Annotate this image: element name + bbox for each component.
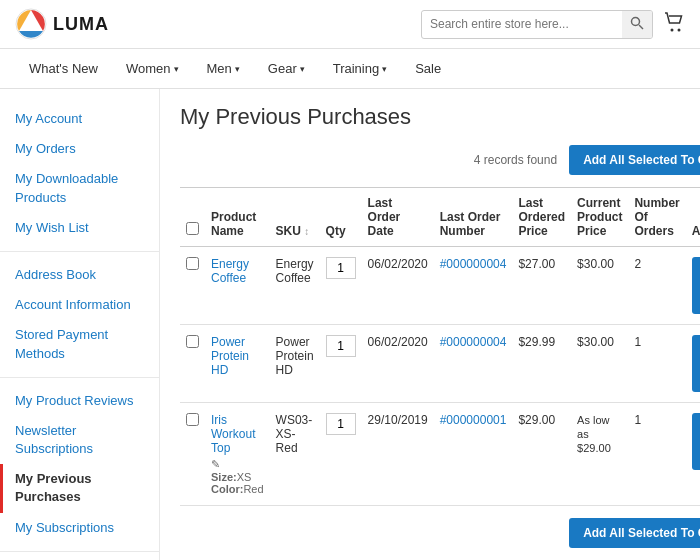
row-product-cell: Power Protein HD bbox=[205, 324, 270, 402]
select-all-checkbox[interactable] bbox=[186, 222, 199, 235]
header: LUMA bbox=[0, 0, 700, 49]
row-checkbox-cell bbox=[180, 402, 205, 505]
table-row: Iris Workout Top ✎ Size:XS Color:Red WS0… bbox=[180, 402, 700, 505]
men-arrow: ▾ bbox=[235, 64, 240, 74]
sidebar-item-account-info[interactable]: Account Information bbox=[0, 290, 159, 320]
row-sku-cell: Power Protein HD bbox=[270, 324, 320, 402]
table-body: Energy Coffee Energy Coffee 06/02/2020 #… bbox=[180, 247, 700, 506]
cart-icon[interactable] bbox=[663, 11, 685, 38]
nav-men[interactable]: Men▾ bbox=[193, 49, 254, 88]
sidebar-item-address-book[interactable]: Address Book bbox=[0, 260, 159, 290]
add-all-bottom-button[interactable]: Add All Selected To Cart bbox=[569, 518, 700, 548]
sidebar-item-previous-purchases[interactable]: My Previous Purchases bbox=[0, 464, 159, 512]
sidebar-item-my-account[interactable]: My Account bbox=[0, 104, 159, 134]
row-last-price-cell: $29.00 bbox=[512, 402, 571, 505]
row-date-cell: 06/02/2020 bbox=[362, 324, 434, 402]
qty-input[interactable] bbox=[326, 413, 356, 435]
page-title: My Previous Purchases bbox=[180, 104, 700, 130]
col-date-header: Last Order Date bbox=[362, 188, 434, 247]
bottom-bar: Add All Selected To Cart bbox=[180, 506, 700, 553]
col-last-price-header: Last Ordered Price bbox=[512, 188, 571, 247]
row-last-price-cell: $27.00 bbox=[512, 247, 571, 325]
row-checkbox[interactable] bbox=[186, 413, 199, 426]
order-link[interactable]: #000000004 bbox=[440, 257, 507, 271]
add-all-top-button[interactable]: Add All Selected To Cart bbox=[569, 145, 700, 175]
row-current-price-cell: $30.00 bbox=[571, 247, 628, 325]
product-link[interactable]: Iris Workout Top bbox=[211, 413, 255, 455]
add-to-cart-button[interactable]: Add To Cart bbox=[692, 335, 700, 392]
row-current-price-cell: $30.00 bbox=[571, 324, 628, 402]
row-num-orders-cell: 1 bbox=[628, 402, 685, 505]
nav-sale[interactable]: Sale bbox=[401, 49, 455, 88]
cart-svg bbox=[663, 11, 685, 33]
row-current-price-cell: As low as $29.00 bbox=[571, 402, 628, 505]
col-sku-header[interactable]: SKU ↕ bbox=[270, 188, 320, 247]
sidebar-divider-2 bbox=[0, 377, 159, 378]
sidebar-item-product-reviews[interactable]: My Product Reviews bbox=[0, 386, 159, 416]
row-product-cell: Iris Workout Top ✎ Size:XS Color:Red bbox=[205, 402, 270, 505]
nav-women[interactable]: Women▾ bbox=[112, 49, 193, 88]
table-header: ProductName SKU ↕ Qty Last Order Date La… bbox=[180, 188, 700, 247]
content: My Previous Purchases 4 records found Ad… bbox=[160, 89, 700, 560]
row-num-orders-cell: 1 bbox=[628, 324, 685, 402]
search-button[interactable] bbox=[622, 11, 652, 38]
sidebar-item-subscriptions[interactable]: My Subscriptions bbox=[0, 513, 159, 543]
svg-line-3 bbox=[639, 25, 643, 29]
row-sku-cell: WS03-XS-Red bbox=[270, 402, 320, 505]
search-input[interactable] bbox=[422, 12, 622, 36]
row-order-cell: #000000001 bbox=[434, 402, 513, 505]
row-checkbox-cell bbox=[180, 324, 205, 402]
sidebar-item-newsletter[interactable]: Newsletter Subscriptions bbox=[0, 416, 159, 464]
add-to-cart-button[interactable]: Add To Cart bbox=[692, 413, 700, 470]
row-num-orders-cell: 2 bbox=[628, 247, 685, 325]
product-link[interactable]: Power Protein HD bbox=[211, 335, 249, 377]
purchases-table: ProductName SKU ↕ Qty Last Order Date La… bbox=[180, 187, 700, 506]
row-action-cell: Add To Cart bbox=[686, 324, 700, 402]
row-qty-cell bbox=[320, 402, 362, 505]
row-checkbox[interactable] bbox=[186, 257, 199, 270]
logo-text: LUMA bbox=[53, 14, 109, 35]
row-order-cell: #000000004 bbox=[434, 324, 513, 402]
search-icon bbox=[630, 16, 644, 30]
search-box[interactable] bbox=[421, 10, 653, 39]
row-action-cell: Add To Cart bbox=[686, 402, 700, 505]
add-to-cart-button[interactable]: Add To Cart bbox=[692, 257, 700, 314]
row-sku-cell: Energy Coffee bbox=[270, 247, 320, 325]
nav-gear[interactable]: Gear▾ bbox=[254, 49, 319, 88]
row-checkbox[interactable] bbox=[186, 335, 199, 348]
col-action-header: Action bbox=[686, 188, 700, 247]
nav: What's New Women▾ Men▾ Gear▾ Training▾ S… bbox=[0, 49, 700, 89]
col-order-header: Last Order Number bbox=[434, 188, 513, 247]
sidebar-item-wish-list[interactable]: My Wish List bbox=[0, 213, 159, 243]
row-product-cell: Energy Coffee bbox=[205, 247, 270, 325]
sidebar-item-payment-methods[interactable]: Stored Payment Methods bbox=[0, 320, 159, 368]
svg-point-4 bbox=[671, 28, 674, 31]
order-link[interactable]: #000000001 bbox=[440, 413, 507, 427]
qty-input[interactable] bbox=[326, 257, 356, 279]
table-row: Energy Coffee Energy Coffee 06/02/2020 #… bbox=[180, 247, 700, 325]
col-current-price-header: Current Product Price bbox=[571, 188, 628, 247]
order-link[interactable]: #000000004 bbox=[440, 335, 507, 349]
logo-icon bbox=[15, 8, 47, 40]
pencil-icon: ✎ bbox=[211, 458, 220, 470]
nav-training[interactable]: Training▾ bbox=[319, 49, 401, 88]
row-date-cell: 29/10/2019 bbox=[362, 402, 434, 505]
sidebar-item-downloadable-products[interactable]: My Downloadable Products bbox=[0, 164, 159, 212]
sidebar-divider-3 bbox=[0, 551, 159, 552]
sidebar-divider-1 bbox=[0, 251, 159, 252]
nav-whats-new[interactable]: What's New bbox=[15, 49, 112, 88]
row-qty-cell bbox=[320, 247, 362, 325]
sidebar: My Account My Orders My Downloadable Pro… bbox=[0, 89, 160, 560]
main-layout: My Account My Orders My Downloadable Pro… bbox=[0, 89, 700, 560]
row-order-cell: #000000004 bbox=[434, 247, 513, 325]
sidebar-item-my-orders[interactable]: My Orders bbox=[0, 134, 159, 164]
header-right bbox=[421, 10, 685, 39]
logo: LUMA bbox=[15, 8, 109, 40]
svg-point-2 bbox=[632, 17, 640, 25]
product-link[interactable]: Energy Coffee bbox=[211, 257, 249, 285]
training-arrow: ▾ bbox=[382, 64, 387, 74]
qty-input[interactable] bbox=[326, 335, 356, 357]
row-action-cell: Add To Cart bbox=[686, 247, 700, 325]
row-last-price-cell: $29.99 bbox=[512, 324, 571, 402]
col-product-header: ProductName bbox=[205, 188, 270, 247]
